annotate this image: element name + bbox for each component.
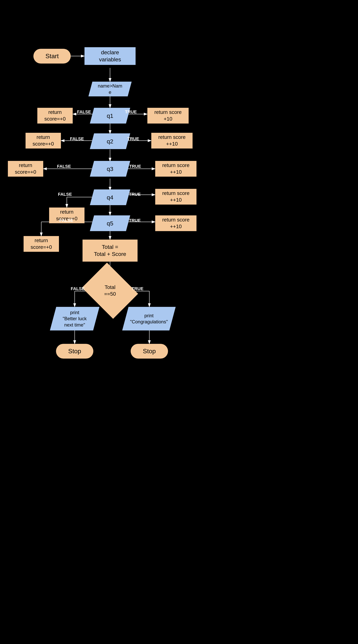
return-q1-false-node: returnscore=+0 bbox=[37, 108, 73, 124]
total-false-label: FALSE bbox=[71, 286, 85, 291]
declare-node: declarevariables bbox=[84, 47, 136, 65]
return-q3-true-label: return score++10 bbox=[162, 162, 190, 176]
return-q2-false-node: returnscore=+0 bbox=[25, 133, 61, 148]
q5-true-label: TRUE bbox=[129, 218, 141, 223]
return-q3-true-node: return score++10 bbox=[155, 161, 196, 177]
q2-true-label: TRUE bbox=[127, 136, 139, 142]
return-q3-false-node: returnscore=+0 bbox=[8, 161, 43, 177]
total-node: Total =Total + Score bbox=[83, 240, 138, 262]
declare-label: declarevariables bbox=[99, 49, 121, 63]
return-q5-true-node: return score++10 bbox=[155, 216, 196, 231]
q4-false-label: FALSE bbox=[58, 192, 72, 197]
q1-node: q1 bbox=[90, 108, 130, 124]
q1-false-label: FALSE bbox=[77, 109, 91, 114]
q4-label: q4 bbox=[92, 190, 128, 205]
q2-label: q2 bbox=[92, 133, 128, 149]
total-true-label: TRUE bbox=[132, 286, 144, 291]
return-q5-false-label: returnscore=+0 bbox=[31, 237, 52, 250]
q3-label: q3 bbox=[92, 161, 128, 177]
input-name-node: name>Name bbox=[88, 82, 132, 96]
print-true-label: print"Congragulations" bbox=[125, 307, 173, 330]
q1-true-label: TRUE bbox=[125, 109, 137, 114]
return-q5-true-label: return score++10 bbox=[162, 216, 190, 230]
total-condition-label: Total==50 bbox=[88, 273, 132, 308]
flowchart: Start declarevariables name>Name q1 FALS… bbox=[0, 0, 358, 644]
q5-label: q5 bbox=[92, 216, 128, 231]
return-q4-true-node: return score++10 bbox=[155, 189, 196, 204]
print-true-node: print"Congragulations" bbox=[122, 307, 176, 330]
q5-node: q5 bbox=[90, 216, 130, 231]
q2-node: q2 bbox=[90, 133, 130, 149]
q2-false-label: FALSE bbox=[70, 136, 84, 142]
q1-label: q1 bbox=[92, 108, 128, 124]
print-false-label: print"Better lucknext time" bbox=[53, 307, 96, 330]
return-q1-false-label: returnscore=+0 bbox=[44, 109, 66, 122]
q4-node: q4 bbox=[90, 190, 130, 205]
print-false-node: print"Better lucknext time" bbox=[50, 307, 99, 330]
return-q1-true-node: return score+10 bbox=[147, 108, 189, 124]
return-q4-true-label: return score++10 bbox=[162, 190, 190, 204]
stop2-node: Stop bbox=[131, 344, 168, 358]
q3-node: q3 bbox=[90, 161, 130, 177]
q3-false-label: FALSE bbox=[57, 164, 71, 169]
return-q5-false-node: returnscore=+0 bbox=[23, 236, 59, 252]
start-node: Start bbox=[33, 49, 71, 64]
stop1-label: Stop bbox=[68, 347, 81, 356]
return-q2-true-node: return score++10 bbox=[151, 133, 192, 148]
total-label: Total =Total + Score bbox=[94, 244, 126, 258]
return-q3-false-label: returnscore=+0 bbox=[15, 162, 36, 176]
return-q2-true-label: return score++10 bbox=[158, 134, 186, 147]
start-label: Start bbox=[45, 52, 59, 60]
q5-false-label: FALSE bbox=[59, 218, 73, 223]
q3-true-label: TRUE bbox=[129, 164, 141, 169]
return-q1-true-label: return score+10 bbox=[155, 109, 182, 122]
stop1-node: Stop bbox=[56, 344, 93, 358]
stop2-label: Stop bbox=[143, 347, 156, 356]
input-name-label: name>Name bbox=[90, 82, 130, 96]
return-q2-false-label: returnscore=+0 bbox=[33, 134, 54, 147]
q4-true-label: TRUE bbox=[129, 192, 141, 197]
